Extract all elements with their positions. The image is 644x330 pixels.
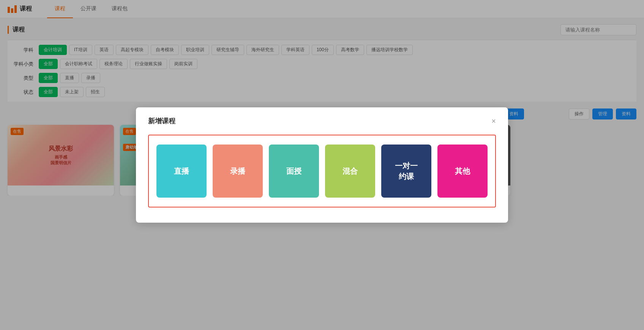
course-type-offline[interactable]: 面授 <box>269 145 319 196</box>
modal-header: 新增课程 × <box>148 116 496 126</box>
course-type-other[interactable]: 其他 <box>437 145 488 196</box>
modal-title: 新增课程 <box>148 116 175 126</box>
add-course-modal: 新增课程 × 直播 录播 面授 混合 一对一 约课 其他 <box>136 107 508 196</box>
course-type-recorded[interactable]: 录播 <box>213 145 263 196</box>
course-type-grid: 直播 录播 面授 混合 一对一 约课 其他 <box>148 135 496 196</box>
course-type-hybrid[interactable]: 混合 <box>325 145 375 196</box>
modal-close-button[interactable]: × <box>491 117 496 125</box>
course-type-oneone[interactable]: 一对一 约课 <box>381 145 431 196</box>
course-type-live[interactable]: 直播 <box>156 145 207 196</box>
